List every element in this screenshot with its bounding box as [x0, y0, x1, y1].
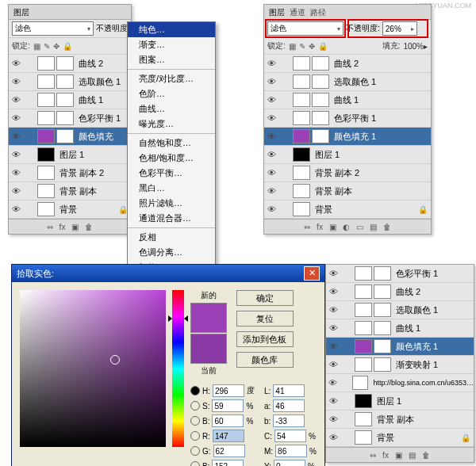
mask-thumb[interactable]	[374, 303, 391, 317]
mask-thumb[interactable]	[374, 285, 391, 299]
layer-name[interactable]: 背景	[374, 432, 394, 444]
layer-name[interactable]: 背景	[312, 204, 332, 216]
visibility-icon[interactable]: 👁	[326, 414, 340, 424]
layer-row[interactable]: 👁 选取颜色 1	[264, 73, 431, 91]
layer-thumb[interactable]	[352, 376, 368, 390]
layer-row[interactable]: 👁 色彩平衡 1	[264, 109, 431, 128]
layer-thumb[interactable]	[293, 202, 310, 216]
layer-row[interactable]: 👁 曲线 1	[326, 319, 474, 338]
layer-row[interactable]: 👁 背景 副本	[326, 411, 474, 429]
menu-item[interactable]: 纯色…	[128, 22, 215, 37]
cancel-button[interactable]: 复位	[236, 311, 294, 327]
menu-item[interactable]: 自然饱和度…	[128, 136, 215, 151]
lock-move-icon[interactable]: ✥	[53, 42, 60, 51]
tab-paths[interactable]: 路径	[310, 5, 326, 19]
layer-row[interactable]: 👁 曲线 1	[264, 91, 431, 109]
visibility-icon[interactable]: 👁	[9, 204, 23, 214]
layer-name[interactable]: 曲线 2	[393, 286, 420, 298]
hue-cursor[interactable]	[168, 315, 188, 322]
layer-name[interactable]: 背景 副本 2	[56, 167, 104, 179]
radio-bb[interactable]	[190, 461, 200, 466]
layer-row[interactable]: 👁 背景🔒	[326, 429, 474, 447]
layer-name[interactable]: 图层 1	[312, 149, 340, 161]
input-r[interactable]	[213, 430, 244, 442]
lock-move-icon[interactable]: ✥	[309, 42, 315, 51]
radio-h[interactable]	[190, 386, 200, 395]
visibility-icon[interactable]: 👁	[264, 77, 278, 86]
menu-item[interactable]: 照片滤镜…	[128, 196, 215, 211]
visibility-icon[interactable]: 👁	[9, 132, 23, 141]
visibility-icon[interactable]: 👁	[264, 186, 278, 196]
input-lab-b[interactable]	[273, 414, 305, 427]
layer-row[interactable]: 👁 色彩平衡 1	[326, 265, 474, 283]
visibility-icon[interactable]: 👁	[264, 150, 278, 159]
layer-name[interactable]: http://blog.sina.com.cn/u6353…	[370, 379, 474, 387]
visibility-icon[interactable]: 👁	[326, 378, 340, 388]
layer-thumb[interactable]	[355, 357, 372, 372]
layer-thumb[interactable]	[293, 93, 310, 107]
layer-row[interactable]: 👁 背景 副本	[264, 182, 431, 201]
layer-row[interactable]: 👁 背景 副本 2	[264, 164, 431, 182]
layer-name[interactable]: 图层 1	[56, 149, 84, 161]
input-g[interactable]	[213, 445, 245, 457]
layer-name[interactable]: 曲线 2	[75, 58, 103, 70]
lock-all-icon[interactable]: 🔒	[63, 42, 72, 51]
mask-thumb[interactable]	[312, 74, 329, 89]
layer-name[interactable]: 颜色填充 1	[393, 341, 438, 353]
visibility-icon[interactable]: 👁	[326, 433, 340, 442]
lock-paint-icon[interactable]: ✎	[299, 42, 305, 51]
layer-thumb[interactable]	[293, 56, 310, 71]
layer-name[interactable]: 颜色填充 1	[331, 131, 376, 143]
layer-name[interactable]: 图层 1	[374, 395, 401, 407]
lock-paint-icon[interactable]: ✎	[44, 42, 50, 51]
mask-icon[interactable]: ▣	[71, 223, 79, 231]
visibility-icon[interactable]: 👁	[9, 168, 23, 178]
layer-name[interactable]: 背景 副本	[56, 185, 97, 197]
visibility-icon[interactable]: 👁	[264, 59, 278, 68]
input-c[interactable]	[274, 430, 306, 442]
layer-thumb[interactable]	[37, 166, 55, 180]
layer-row[interactable]: 👁 选取颜色 1	[9, 73, 131, 91]
layer-row[interactable]: 👁 曲线 2	[9, 55, 131, 73]
lock-all-icon[interactable]: 🔒	[318, 42, 328, 51]
layer-name[interactable]: 背景 副本	[312, 185, 352, 197]
menu-item[interactable]: 色阶…	[128, 86, 215, 101]
input-a[interactable]	[273, 399, 305, 412]
opacity-input[interactable]: 26%▸	[382, 21, 417, 36]
visibility-icon[interactable]: 👁	[264, 95, 278, 105]
mask-thumb[interactable]	[56, 129, 74, 143]
layer-thumb[interactable]	[37, 184, 55, 198]
layer-row[interactable]: 👁 背景🔒	[264, 201, 431, 219]
mask-thumb[interactable]	[56, 111, 74, 125]
close-button[interactable]: ✕	[304, 266, 320, 281]
tab-layers[interactable]: 图层	[269, 5, 285, 19]
visibility-icon[interactable]: 👁	[9, 186, 23, 196]
layer-thumb[interactable]	[355, 285, 372, 299]
layer-name[interactable]: 色彩平衡 1	[393, 268, 438, 280]
layer-name[interactable]: 选取颜色 1	[393, 304, 438, 316]
mask-thumb[interactable]	[374, 321, 391, 335]
visibility-icon[interactable]: 👁	[264, 132, 278, 141]
visibility-icon[interactable]: 👁	[326, 396, 340, 406]
mask-thumb[interactable]	[312, 56, 329, 71]
trash-icon[interactable]: 🗑	[383, 223, 391, 231]
layer-row[interactable]: 👁 图层 1	[264, 146, 431, 164]
layer-thumb[interactable]	[355, 394, 372, 408]
visibility-icon[interactable]: 👁	[326, 269, 340, 278]
mask-icon[interactable]: ▣	[395, 451, 402, 460]
menu-item[interactable]: 反相	[128, 230, 215, 245]
layer-thumb[interactable]	[37, 93, 55, 107]
layer-name[interactable]: 曲线 1	[393, 323, 420, 334]
menu-item[interactable]: 色彩平衡…	[128, 166, 215, 181]
layer-name[interactable]: 选取颜色 1	[331, 76, 376, 88]
layer-row[interactable]: 👁 色彩平衡 1	[9, 109, 131, 128]
layer-style-icon[interactable]: fx	[317, 223, 323, 231]
layer-thumb[interactable]	[355, 321, 372, 335]
layer-row[interactable]: 👁 颜色填充 1	[326, 338, 474, 356]
layer-thumb[interactable]	[293, 184, 310, 198]
menu-item[interactable]: 色相/饱和度…	[128, 151, 215, 166]
blend-mode-select[interactable]: 滤色▾	[267, 21, 344, 36]
layer-name[interactable]: 曲线 1	[75, 94, 103, 106]
add-swatches-button[interactable]: 添加到色板	[236, 331, 294, 347]
layer-name[interactable]: 色彩平衡 1	[331, 113, 376, 124]
